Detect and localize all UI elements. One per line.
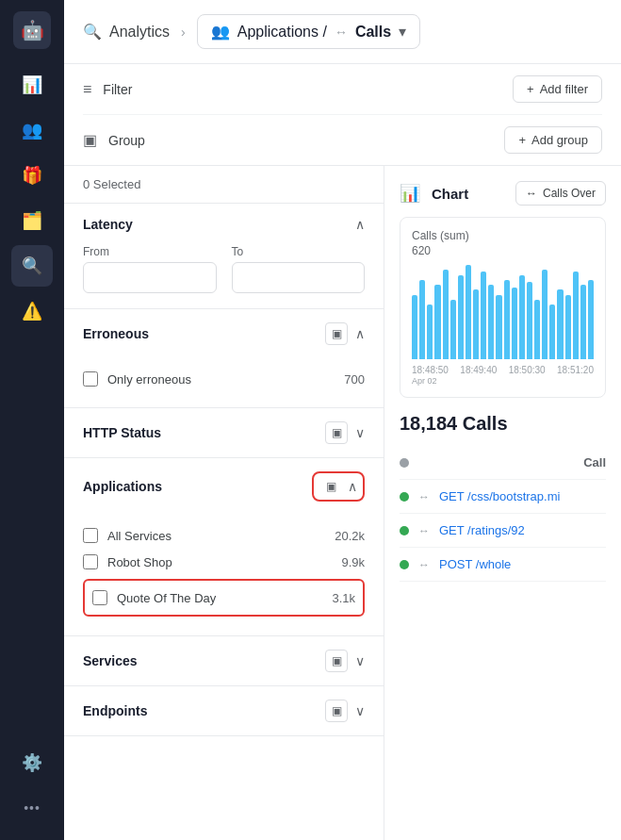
http-status-title: HTTP Status [83, 425, 161, 440]
sidebar-item-layers[interactable]: 🎁 [11, 155, 53, 196]
users-icon: 👥 [22, 120, 42, 140]
apps-icon: 👥 [211, 23, 230, 41]
chart-bar-icon: 📊 [400, 183, 420, 204]
call-header-row: Call [400, 446, 606, 480]
applications-group-icon[interactable]: ▣ [319, 475, 342, 498]
calls-label: Calls [355, 24, 391, 41]
xaxis-label-2: 18:50:30 [509, 365, 546, 386]
robot-shop-count: 9.9k [341, 555, 365, 569]
applications-calls-selector[interactable]: 👥 Applications / ↔ Calls ▾ [197, 14, 420, 49]
chart-bar [450, 300, 456, 359]
add-filter-button[interactable]: + Add filter [513, 75, 602, 103]
applications-header[interactable]: Applications ▣ ∧ [64, 458, 384, 515]
latency-to-input[interactable] [232, 262, 366, 293]
chart-header: 📊 Chart ↔ Calls Over [400, 181, 606, 206]
applications-section: Applications ▣ ∧ All Services 20.2k [64, 458, 384, 636]
chart-bar [549, 305, 555, 359]
chart-xaxis: 18:48:50Apr 02 18:49:40 18:50:30 18:51:2… [412, 365, 594, 386]
chart-bar [573, 272, 579, 359]
add-group-plus: + [518, 133, 526, 147]
call-dot-header [400, 458, 409, 468]
call-row-2[interactable]: ↔ GET /ratings/92 [400, 514, 606, 548]
sidebar-item-search[interactable]: 🔍 [11, 245, 53, 287]
group-label: Group [108, 133, 493, 148]
all-services-checkbox[interactable] [83, 528, 98, 543]
add-group-label: Add group [531, 133, 588, 147]
quote-of-the-day-count: 3.1k [332, 591, 355, 605]
all-services-label: All Services [107, 529, 325, 543]
sidebar: 🤖 📊 👥 🎁 🗂️ 🔍 ⚠️ ⚙️ ••• [0, 0, 64, 840]
sidebar-item-stack[interactable]: 🗂️ [11, 200, 53, 241]
chart-bar [542, 270, 547, 359]
endpoints-section: Endpoints ▣ ∨ [64, 686, 384, 736]
left-panel: 0 Selected Latency ∧ From To [64, 166, 384, 840]
applications-icons[interactable]: ▣ ∧ [312, 471, 365, 502]
latency-section-header[interactable]: Latency ∧ [64, 204, 384, 245]
chart-max-value: 620 [412, 244, 594, 257]
only-erroneous-label: Only erroneous [107, 372, 335, 387]
sidebar-logo: 🤖 [13, 11, 51, 49]
latency-inputs: From To [64, 245, 384, 308]
erroneous-section-header[interactable]: Erroneous ▣ ∧ [64, 309, 384, 358]
erroneous-title: Erroneous [83, 326, 149, 341]
analytics-search-icon: 🔍 [83, 23, 102, 41]
more-icon: ••• [24, 800, 41, 815]
robot-shop-checkbox[interactable] [83, 554, 98, 569]
latency-to-label: To [232, 245, 366, 258]
chart-bar [412, 295, 417, 359]
chart-bar [466, 265, 471, 359]
http-status-group-icon[interactable]: ▣ [325, 421, 348, 444]
chart-bar [496, 295, 501, 359]
xaxis-label-0: 18:48:50Apr 02 [412, 365, 449, 386]
call-row-3[interactable]: ↔ POST /whole [400, 548, 606, 582]
only-erroneous-checkbox[interactable] [83, 371, 98, 387]
services-header[interactable]: Services ▣ ∨ [64, 636, 384, 685]
sidebar-item-users[interactable]: 👥 [11, 109, 53, 151]
all-services-row: All Services 20.2k [83, 522, 365, 549]
sidebar-item-more[interactable]: ••• [11, 787, 53, 829]
add-group-button[interactable]: + Add group [504, 126, 602, 154]
erroneous-section: Erroneous ▣ ∧ Only erroneous 700 [64, 309, 384, 408]
call-row-1[interactable]: ↔ GET /css/bootstrap.mi [400, 480, 606, 514]
services-group-icon[interactable]: ▣ [325, 650, 348, 672]
sidebar-item-settings[interactable]: ⚙️ [11, 742, 53, 783]
endpoints-group-icon[interactable]: ▣ [325, 700, 348, 722]
apps-label: Applications / [237, 24, 327, 41]
http-status-header[interactable]: HTTP Status ▣ ∨ [64, 408, 384, 457]
latency-title: Latency [83, 217, 133, 232]
http-status-section: HTTP Status ▣ ∨ [64, 408, 384, 458]
robot-shop-label: Robot Shop [107, 555, 332, 569]
endpoints-header[interactable]: Endpoints ▣ ∨ [64, 686, 384, 735]
latency-from-label: From [83, 245, 217, 258]
call-arrow-1: ↔ [418, 490, 430, 503]
calls-over-button[interactable]: ↔ Calls Over [515, 181, 606, 206]
total-calls-count: 18,184 Calls [400, 413, 606, 435]
sidebar-item-dashboard[interactable]: 📊 [11, 64, 53, 106]
services-section: Services ▣ ∨ [64, 636, 384, 686]
logo-icon: 🤖 [21, 19, 44, 41]
services-title: Services [83, 653, 138, 668]
layers-icon: 🎁 [22, 165, 42, 186]
endpoints-icons: ▣ ∨ [325, 700, 365, 722]
erroneous-group-icon[interactable]: ▣ [325, 322, 348, 345]
analytics-breadcrumb[interactable]: 🔍 Analytics [83, 23, 170, 41]
erroneous-icons: ▣ ∧ [325, 322, 365, 345]
chart-bar [534, 300, 540, 359]
group-icon: ▣ [83, 131, 97, 149]
filter-bar: ≡ Filter + Add filter ▣ Group + Add grou… [64, 64, 621, 166]
analytics-label: Analytics [109, 24, 170, 41]
breadcrumb-chevron: › [181, 25, 186, 40]
filter-icon: ≡ [83, 81, 91, 98]
group-row: ▣ Group + Add group [83, 115, 602, 165]
latency-from-input[interactable] [83, 262, 217, 293]
sidebar-item-warning[interactable]: ⚠️ [11, 290, 53, 332]
quote-of-the-day-checkbox[interactable] [92, 590, 107, 605]
call-name-3: POST /whole [439, 557, 511, 571]
quote-of-the-day-highlight: Quote Of The Day 3.1k [83, 579, 365, 617]
selected-count-bar: 0 Selected [64, 166, 384, 204]
call-name-2: GET /ratings/92 [439, 523, 525, 537]
only-erroneous-row: Only erroneous 700 [83, 366, 365, 392]
services-icons: ▣ ∨ [325, 650, 365, 672]
chart-bar [473, 289, 479, 359]
applications-chevron-icon: ∧ [348, 479, 357, 494]
